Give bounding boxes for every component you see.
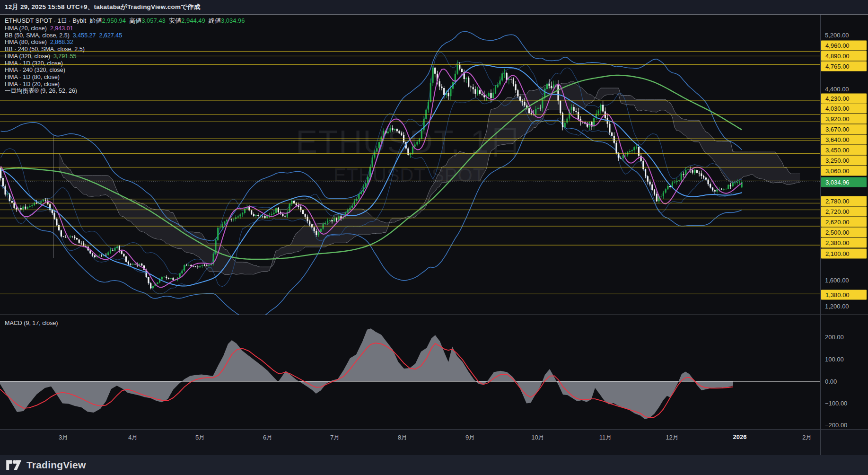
time-axis-label[interactable]: 2月 [796, 433, 818, 442]
price-level-badge: 1,380.00 [821, 290, 867, 300]
symbol-legend-segment: 3,057.43 [141, 17, 166, 24]
legend-row-value: 2,627.45 [99, 32, 123, 39]
time-axis-label[interactable]: 7月 [324, 433, 346, 442]
time-axis-label[interactable]: 10月 [526, 433, 549, 442]
current-price-badge: 3,034.96 [821, 177, 867, 187]
price-axis-tick: 4,400.00 [825, 86, 849, 93]
tradingview-logo-icon[interactable] [6, 459, 22, 471]
symbol-legend-segment: 安値 [166, 17, 181, 24]
footer-bar: TradingView [0, 455, 868, 475]
time-axis-label[interactable]: 4月 [122, 433, 144, 442]
price-level-badge: 2,720.00 [821, 207, 867, 217]
symbol-legend-row[interactable]: ETHUSDT SPOT · 1日 · Bybit 始値2,950.94 高値3… [5, 17, 245, 25]
time-axis-label[interactable]: 8月 [391, 433, 414, 442]
legend-row-value: 2,943.01 [50, 25, 73, 32]
price-level-badge: 3,060.00 [821, 166, 867, 176]
legend-row[interactable]: BB · 240 (50, SMA, close, 2.5) [5, 46, 245, 53]
time-axis-label[interactable]: 6月 [256, 433, 279, 442]
macd-legend-label[interactable]: MACD (9, 17, close) [5, 320, 58, 326]
macd-axis-tick: −100.00 [825, 400, 847, 407]
symbol-watermark: ETHUSDT, 1日 ETHUSDT SPOT [237, 121, 582, 186]
legend-row[interactable]: HMA (320, close)3,791.55 [5, 53, 245, 60]
symbol-legend-segment: 3,034.96 [221, 17, 245, 24]
price-level-badge: 3,450.00 [821, 145, 867, 155]
price-level-badge: 2,500.00 [821, 228, 867, 238]
legend-row-label: 一目均衡表® (9, 26, 52, 26) [5, 88, 77, 94]
legend-row-label: BB (50, SMA, close, 2.5) [5, 32, 70, 39]
price-level-badge: 2,780.00 [821, 196, 867, 206]
price-level-badge: 2,380.00 [821, 238, 867, 248]
price-level-badge: 4,890.00 [821, 51, 867, 61]
watermark-line2: ETHUSDT SPOT [237, 165, 582, 186]
legend-row-label: HMA · 1D (20, close) [5, 81, 60, 88]
macd-axis-tick: 200.00 [825, 334, 844, 341]
time-axis-label[interactable]: 9月 [459, 433, 482, 442]
legend-row-label: HMA (20, close) [5, 25, 47, 32]
time-axis-label[interactable]: 3月 [52, 433, 75, 442]
macd-signal-line [0, 343, 733, 418]
legend-row-value: 2,868.32 [50, 39, 73, 45]
legend-row-label: BB · 240 (50, SMA, close, 2.5) [5, 46, 85, 53]
price-level-badge: 4,230.00 [821, 94, 867, 104]
price-level-badge: 4,960.00 [821, 41, 867, 51]
macd-axis-tick: −200.00 [825, 422, 847, 429]
price-axis-tick: 1,200.00 [825, 303, 849, 310]
price-level-badge: 3,250.00 [821, 156, 867, 166]
legend-row[interactable]: 一目均衡表® (9, 26, 52, 26) [5, 88, 245, 95]
time-axis-label[interactable]: 2026 [728, 433, 751, 440]
symbol-legend-segment: 2,950.94 [102, 17, 126, 24]
legend-row[interactable]: HMA (20, close)2,943.01 [5, 25, 245, 32]
price-level-badge: 4,030.00 [821, 104, 867, 114]
time-scale[interactable]: 3月4月5月6月7月8月9月10月11月12月20262月 [0, 430, 868, 455]
price-axis-tick: 5,200.00 [825, 32, 849, 39]
watermark-line1: ETHUSDT, 1日 [237, 121, 582, 164]
symbol-legend-segment: ETHUSDT SPOT · 1日 · Bybit [5, 17, 86, 24]
price-level-badge: 3,670.00 [821, 124, 867, 134]
symbol-legend-segment: 2,944.49 [181, 17, 205, 24]
legend-row-value: 3,455.27 [73, 32, 96, 39]
legend-row-label: HMA · 1D (320, close) [5, 60, 63, 67]
tradingview-export: 12月 29, 2025 15:58 UTC+9、takatabaがTradin… [0, 0, 868, 475]
legend-row-value: 3,791.55 [53, 53, 77, 60]
price-level-badge: 2,100.00 [821, 249, 867, 259]
legend-row[interactable]: HMA · 1D (80, close) [5, 74, 245, 81]
price-level-badge: 2,620.00 [821, 217, 867, 227]
legend-row[interactable]: HMA · 1D (320, close) [5, 60, 245, 67]
price-level-badge: 3,640.00 [821, 135, 867, 145]
legend-row-label: HMA · 1D (80, close) [5, 74, 60, 80]
attribution-text: 12月 29, 2025 15:58 UTC+9、takatabaがTradin… [5, 3, 201, 11]
export-header: 12月 29, 2025 15:58 UTC+9、takatabaがTradin… [0, 0, 868, 14]
macd-axis-tick: 100.00 [825, 356, 844, 363]
symbol-legend-segment: 高値 [126, 17, 141, 24]
macd-pane[interactable] [0, 328, 820, 419]
legend-row[interactable]: HMA · 1D (20, close) [5, 81, 245, 88]
legend-row-label: HMA (80, close) [5, 39, 47, 45]
time-axis-label[interactable]: 11月 [594, 433, 617, 442]
time-axis-label[interactable]: 12月 [661, 433, 684, 442]
macd-area [0, 328, 733, 419]
legend-row[interactable]: BB (50, SMA, close, 2.5)3,455.272,627.45 [5, 32, 245, 39]
price-level-badge: 3,920.00 [821, 114, 867, 124]
legend-row-label: HMA (320, close) [5, 53, 50, 60]
legend-row[interactable]: HMA (80, close)2,868.32 [5, 39, 245, 46]
legend-row[interactable]: HMA · 240 (320, close) [5, 67, 245, 74]
price-axis-tick: 1,600.00 [825, 277, 849, 284]
macd-axis-tick: 0.00 [825, 378, 837, 385]
price-level-badge: 4,765.00 [821, 62, 867, 71]
time-axis-label[interactable]: 5月 [189, 433, 211, 442]
indicator-legend[interactable]: ETHUSDT SPOT · 1日 · Bybit 始値2,950.94 高値3… [5, 17, 245, 95]
symbol-legend-segment: 始値 [86, 17, 102, 24]
tradingview-logo-text[interactable]: TradingView [26, 459, 86, 471]
legend-row-label: HMA · 240 (320, close) [5, 67, 65, 73]
symbol-legend-segment: 終値 [205, 17, 221, 24]
